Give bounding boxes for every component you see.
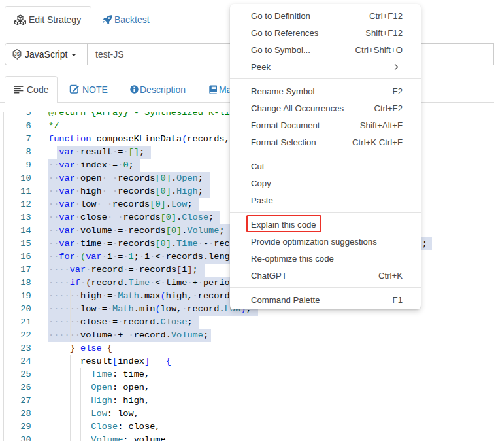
svg-text:JS: JS <box>14 52 20 56</box>
